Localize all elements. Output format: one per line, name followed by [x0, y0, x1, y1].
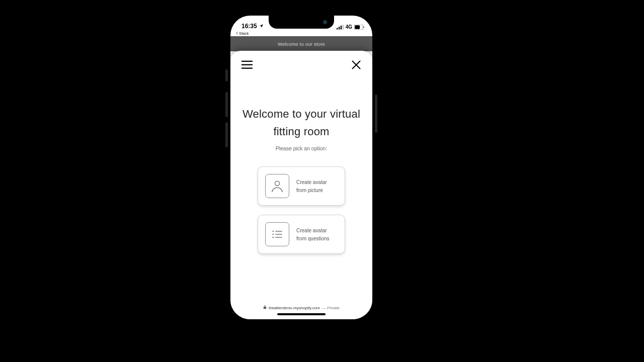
store-banner-text: Welcome to our store: [278, 41, 325, 47]
option-create-from-questions[interactable]: Create avatar from questions: [258, 215, 345, 254]
svg-rect-17: [264, 307, 266, 309]
stage: 16:35 4G: [0, 0, 644, 362]
sheet-title: Welcome to your virtual fitting room: [239, 105, 363, 140]
url-domain: thealterdemo.myshopify.com: [269, 306, 320, 310]
status-time: 16:35: [242, 23, 257, 30]
location-icon: [259, 23, 264, 30]
title-block: Welcome to your virtual fitting room Ple…: [230, 105, 372, 151]
close-button[interactable]: [351, 60, 361, 70]
side-button-volume-up: [225, 92, 228, 117]
svg-rect-9: [242, 68, 253, 69]
menu-button[interactable]: [242, 60, 253, 69]
back-caret-icon: [235, 31, 238, 36]
option-icon-box: [265, 174, 289, 198]
side-button-volume-down: [225, 122, 228, 147]
option-labels: Create avatar from picture: [296, 179, 327, 193]
phone-screen: 16:35 4G: [230, 16, 372, 319]
sheet-subtitle: Please pick an option:: [239, 145, 363, 151]
svg-point-15: [272, 237, 274, 238]
status-left: 16:35: [242, 23, 264, 31]
browser-bottom-bar: thealterdemo.myshopify.com — Private: [230, 304, 372, 319]
hamburger-icon: [242, 60, 253, 69]
modal-sheet: Welcome to your virtual fitting room Ple…: [230, 51, 372, 319]
svg-rect-5: [355, 25, 360, 29]
svg-point-11: [272, 231, 274, 232]
home-indicator[interactable]: [277, 313, 326, 315]
side-button-power: [375, 95, 377, 133]
status-network-label: 4G: [346, 24, 352, 30]
status-right: 4G: [337, 24, 364, 31]
notch: [269, 16, 334, 29]
option-labels: Create avatar from questions: [296, 228, 330, 241]
svg-rect-7: [242, 61, 253, 62]
close-icon: [351, 60, 361, 70]
svg-rect-2: [340, 25, 341, 29]
return-to-app-label: Slack: [239, 31, 249, 36]
store-banner: Welcome to our store: [230, 36, 372, 51]
battery-icon: [354, 25, 364, 30]
svg-rect-8: [242, 64, 253, 65]
list-icon: [270, 227, 285, 242]
svg-point-10: [275, 182, 280, 186]
svg-rect-12: [275, 231, 282, 232]
option-line-1: Create avatar: [296, 179, 327, 185]
sheet-header: [230, 51, 372, 70]
option-create-from-picture[interactable]: Create avatar from picture: [258, 166, 345, 206]
svg-rect-6: [363, 26, 364, 28]
person-icon: [270, 178, 285, 194]
url-row[interactable]: thealterdemo.myshopify.com — Private: [263, 305, 340, 310]
svg-rect-14: [275, 234, 282, 235]
lock-icon: [263, 305, 267, 310]
option-line-1: Create avatar: [296, 228, 330, 233]
signal-icon: [337, 25, 344, 30]
return-to-app[interactable]: Slack: [230, 31, 372, 36]
url-private-label: — Private: [322, 306, 340, 310]
svg-rect-16: [275, 237, 282, 238]
svg-rect-1: [339, 27, 340, 29]
phone-frame: 16:35 4G: [229, 14, 374, 321]
front-camera-dot: [323, 20, 327, 24]
option-line-2: from questions: [296, 236, 330, 241]
svg-rect-3: [342, 25, 343, 29]
side-button-silence: [225, 69, 228, 81]
svg-point-13: [272, 234, 274, 235]
option-line-2: from picture: [296, 188, 327, 193]
options-list: Create avatar from picture: [230, 166, 372, 254]
svg-rect-0: [337, 28, 338, 29]
option-icon-box: [265, 222, 289, 246]
